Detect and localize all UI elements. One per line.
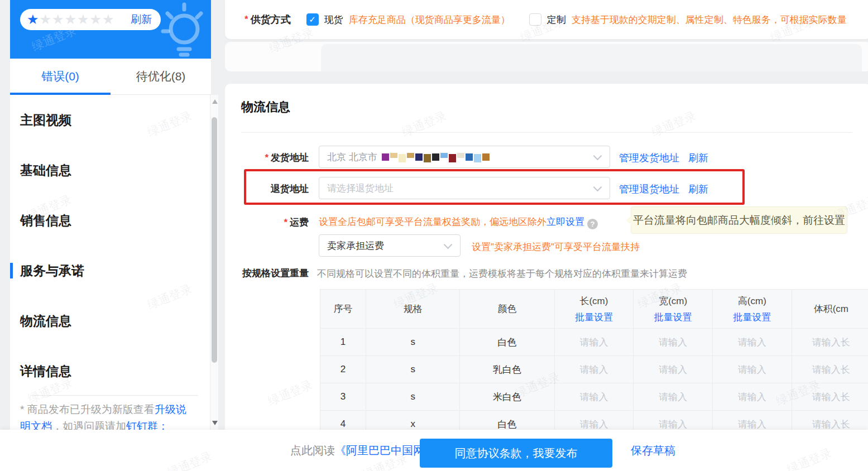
volume-input-cell[interactable]: 请输入长 xyxy=(792,411,868,430)
volume-input-cell[interactable]: 请输入长 xyxy=(792,383,868,411)
row-index-cell: 3 xyxy=(320,383,366,411)
return-address-select[interactable]: 请选择退货地址 xyxy=(319,177,610,199)
footnote-text: * 商品发布已升级为新版查看 xyxy=(20,403,155,415)
lightbulb-icon xyxy=(159,0,207,58)
dimension-input-cell[interactable]: 请输入 xyxy=(554,383,634,411)
dimension-input-cell[interactable]: 请输入 xyxy=(712,383,792,411)
dimension-input-cell[interactable]: 请输入 xyxy=(634,383,713,411)
sidebar-item[interactable]: 服务与承诺 xyxy=(10,246,200,296)
scrollbar-thumb[interactable] xyxy=(212,117,217,363)
table-row: 1s白色请输入请输入请输入请输入长 xyxy=(320,329,868,356)
save-draft-link: 保存草稿 xyxy=(631,430,675,471)
rating-refresh-link[interactable]: 刷新 xyxy=(131,12,152,27)
star-icon[interactable]: ★ xyxy=(52,13,65,26)
star-icon[interactable]: ★ xyxy=(102,13,115,26)
freight-setup-link[interactable]: 立即设置 xyxy=(546,217,584,227)
refresh-return-address-link[interactable]: 刷新 xyxy=(688,184,708,195)
footer-action-bar: 点此阅读《阿里巴巴中国网站总则》 同意协议条款，我要发布 保存草稿 xyxy=(0,430,868,471)
star-icon[interactable]: ★ xyxy=(65,13,78,26)
redaction-block xyxy=(449,154,456,162)
color-cell: 米白色 xyxy=(460,383,554,411)
star-icon[interactable]: ★ xyxy=(90,13,103,26)
quality-sidebar: ★★★★★★★ 刷新 错误(0) 待优化(8) 主图视频基础信息销售信息服务与承… xyxy=(10,0,211,430)
ship-address-value: 北京 北京市 xyxy=(327,151,377,164)
custom-goods-checkbox[interactable] xyxy=(529,13,541,26)
rating-pill: ★★★★★★★ 刷新 xyxy=(20,9,161,30)
manage-return-address-link[interactable]: 管理退货地址 xyxy=(619,184,679,195)
freight-label-text: 运费 xyxy=(290,217,309,228)
chevron-down-icon xyxy=(593,152,602,161)
collapsed-input-area xyxy=(321,44,862,71)
freight-carrier-select[interactable]: 卖家承担运费 xyxy=(319,234,461,257)
section-divider xyxy=(241,132,852,133)
dimension-input-cell[interactable]: 请输入 xyxy=(554,411,634,430)
custom-goods-option-label: 定制 xyxy=(547,13,566,26)
color-cell: 白色 xyxy=(460,329,554,356)
input-placeholder: 请输入 xyxy=(738,419,766,430)
dimension-input-cell[interactable]: 请输入 xyxy=(634,411,713,430)
color-cell: 白色 xyxy=(460,411,554,430)
column-header: 高(cm)批量设置 xyxy=(712,290,792,329)
scroll-down-arrow-icon[interactable] xyxy=(212,421,218,425)
table-row: 2s乳白色请输入请输入请输入请输入长 xyxy=(320,356,868,383)
input-placeholder: 请输入 xyxy=(579,392,608,402)
ship-address-label-text: 发货地址 xyxy=(271,152,309,163)
sidebar-item[interactable]: 详情信息 xyxy=(10,346,200,396)
dimension-input-cell[interactable]: 请输入 xyxy=(634,356,713,383)
dimension-input-cell[interactable]: 请输入 xyxy=(634,329,713,356)
tab-to-optimize[interactable]: 待优化(8) xyxy=(111,59,211,94)
return-address-placeholder: 请选择退货地址 xyxy=(327,182,394,195)
sidebar-hero: ★★★★★★★ 刷新 xyxy=(10,0,211,59)
redaction-block xyxy=(482,153,490,161)
batch-set-link[interactable]: 批量设置 xyxy=(634,311,712,324)
star-icon[interactable]: ★ xyxy=(40,13,52,26)
volume-input-cell[interactable]: 请输入长 xyxy=(792,356,868,383)
redaction-block xyxy=(424,154,431,162)
sidebar-scrollbar[interactable] xyxy=(210,95,218,430)
redaction-block xyxy=(399,154,406,162)
dimension-input-cell[interactable]: 请输入 xyxy=(554,356,634,383)
spot-goods-checkbox[interactable]: ✓ xyxy=(306,13,319,26)
input-placeholder: 请输入长 xyxy=(812,392,850,402)
input-placeholder: 请输入 xyxy=(738,337,766,348)
sidebar-item[interactable]: 基础信息 xyxy=(10,145,200,195)
column-header: 长(cm)批量设置 xyxy=(554,290,634,329)
volume-input-cell[interactable]: 请输入长 xyxy=(792,329,868,356)
spot-goods-note: 库存充足商品（现货商品享更多流量） xyxy=(349,13,510,26)
input-placeholder: 请输入 xyxy=(659,419,687,430)
sidebar-item[interactable]: 主图视频 xyxy=(10,95,200,145)
freight-promo-text: 设置全店包邮可享受平台流量权益奖励，偏远地区除外 xyxy=(319,217,546,227)
tab-errors[interactable]: 错误(0) xyxy=(10,59,111,94)
manage-ship-address-link[interactable]: 管理发货地址 xyxy=(619,152,679,164)
freight-tooltip: 平台流量将向包邮商品大幅度倾斜，前往设置 xyxy=(631,206,847,234)
batch-set-link[interactable]: 批量设置 xyxy=(713,311,792,324)
spec-weight-table: 序号规格颜色长(cm)批量设置宽(cm)批量设置高(cm)批量设置体积(cm 1… xyxy=(320,289,868,430)
batch-set-link[interactable]: 批量设置 xyxy=(555,311,634,324)
dimension-input-cell[interactable]: 请输入 xyxy=(554,329,634,356)
column-header: 宽(cm)批量设置 xyxy=(634,290,713,329)
ship-address-select[interactable]: 北京 北京市 xyxy=(319,146,610,168)
dimension-input-cell[interactable]: 请输入 xyxy=(712,411,792,430)
terms-prefix: 点此阅读 xyxy=(290,443,335,458)
input-placeholder: 请输入 xyxy=(579,419,608,430)
star-icon[interactable]: ★ xyxy=(77,13,90,26)
supply-method-panel: * 供货方式 ✓ 现货 库存充足商品（现货商品享更多流量） 定制 支持基于现款的… xyxy=(225,0,868,39)
redaction-block xyxy=(440,153,448,158)
collapsed-section-panel xyxy=(225,42,868,71)
sidebar-item[interactable]: 销售信息 xyxy=(10,195,200,246)
save-draft-text[interactable]: 保存草稿 xyxy=(631,443,675,458)
input-placeholder: 请输入 xyxy=(659,337,687,348)
dimension-input-cell[interactable]: 请输入 xyxy=(712,356,792,383)
input-placeholder: 请输入 xyxy=(738,364,766,375)
help-question-icon[interactable]: ? xyxy=(587,219,598,229)
input-placeholder: 请输入长 xyxy=(812,337,850,348)
redaction-block xyxy=(474,154,481,162)
sidebar-item[interactable]: 物流信息 xyxy=(10,296,200,346)
return-address-label-text: 退货地址 xyxy=(271,184,309,194)
scroll-up-arrow-icon[interactable] xyxy=(212,99,218,104)
refresh-ship-address-link[interactable]: 刷新 xyxy=(688,152,708,164)
input-placeholder: 请输入长 xyxy=(812,364,850,375)
publish-button[interactable]: 同意协议条款，我要发布 xyxy=(420,439,612,468)
dimension-input-cell[interactable]: 请输入 xyxy=(712,329,792,356)
star-icon[interactable]: ★ xyxy=(27,13,40,26)
